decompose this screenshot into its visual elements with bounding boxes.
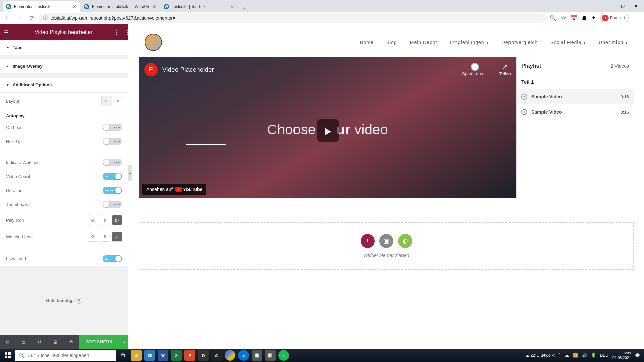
chevron-down-icon: ▼: [6, 83, 9, 87]
nav-item-dropdown[interactable]: Über mich ▾: [599, 40, 628, 45]
onedrive-icon[interactable]: ☁: [565, 353, 569, 358]
help-link[interactable]: Hilfe benötigt ?: [46, 298, 82, 304]
taskbar-search[interactable]: 🔍 Zur Suche Text hier eingeben: [15, 350, 116, 361]
taskbar-app-word[interactable]: W: [156, 349, 170, 362]
template-library-button[interactable]: ▣: [379, 234, 393, 248]
toggle-video-count[interactable]: JA: [103, 173, 122, 180]
taskbar-app[interactable]: 📝: [264, 349, 277, 362]
battery-icon[interactable]: 🔋: [591, 353, 596, 358]
site-logo[interactable]: [145, 34, 162, 51]
weather-widget[interactable]: ☁ 22°C Bewölkt: [525, 353, 555, 358]
icon-library-button[interactable]: ▷: [112, 215, 122, 225]
close-icon[interactable]: ✕: [72, 4, 76, 9]
icon-none-button[interactable]: ⊘: [88, 215, 98, 225]
preview-icon[interactable]: 👁: [63, 339, 79, 345]
section-image-overlay[interactable]: ▼ Image Overlay: [0, 59, 128, 74]
nav-item[interactable]: Depotvergleich: [502, 40, 538, 45]
icon-library-button[interactable]: ✓: [112, 232, 122, 242]
widget-dropzone[interactable]: + ▣ ◐ Widget hierher ziehen: [139, 222, 634, 270]
windows-taskbar: 🔍 Zur Suche Text hier eingeben ⧉ 📁 📧 W X…: [0, 349, 644, 362]
watch-on-youtube-button[interactable]: Ansehen auf YouTube: [142, 184, 206, 195]
save-button[interactable]: SPEICHERN: [79, 335, 120, 349]
layout-right-button[interactable]: ⇥: [112, 96, 122, 106]
toggle-duration[interactable]: SHOW: [103, 187, 122, 194]
control-label: On Load: [6, 125, 103, 130]
save-dropdown-button[interactable]: ▲: [120, 335, 128, 349]
bookmark-icon[interactable]: ☆: [561, 15, 566, 21]
taskbar-app-edge[interactable]: e: [237, 349, 250, 362]
toggle-next-up[interactable]: HIDE: [103, 138, 122, 145]
volume-icon[interactable]: 🔊: [582, 353, 587, 358]
forward-button[interactable]: →: [15, 14, 24, 21]
add-section-button[interactable]: +: [361, 234, 375, 248]
icon-upload-button[interactable]: ⬆: [100, 232, 110, 242]
toggle-on-load[interactable]: HIDE: [103, 124, 122, 131]
taskbar-app-spotify[interactable]: ♪: [277, 349, 290, 362]
extension-icon[interactable]: 📅: [571, 15, 577, 21]
profile-button[interactable]: T Pausiert: [600, 14, 629, 22]
taskbar-app[interactable]: 📁: [129, 349, 143, 362]
section-tabs[interactable]: ▼ Tabs: [0, 40, 128, 55]
toggle-lazy-load[interactable]: JA: [103, 255, 122, 262]
play-button[interactable]: [317, 119, 339, 142]
minimize-button[interactable]: —: [602, 4, 616, 8]
video-playlist-widget[interactable]: E Video Placeholder 🕓 Später ans… ↗ Teil…: [139, 57, 634, 198]
taskbar-app-excel[interactable]: X: [170, 349, 183, 362]
nav-item-dropdown[interactable]: Empfehlungen ▾: [450, 40, 489, 45]
back-button[interactable]: ←: [3, 14, 12, 21]
playlist-item[interactable]: Sample Video 0:16: [517, 89, 634, 104]
toggle-thumbnails[interactable]: HIDE: [103, 201, 122, 208]
browser-tab-active[interactable]: W Elementor | Testseite ✕: [3, 1, 80, 12]
history-icon[interactable]: ↺: [32, 339, 47, 345]
menu-icon[interactable]: ⋮: [633, 15, 639, 21]
new-tab-button[interactable]: +: [238, 5, 250, 12]
tray-chevron-icon[interactable]: ˄: [559, 353, 561, 358]
playlist-item-title: Sample Video: [531, 109, 616, 115]
wifi-icon[interactable]: 📶: [573, 353, 578, 358]
video-player[interactable]: E Video Placeholder 🕓 Später ans… ↗ Teil…: [139, 57, 516, 198]
extension-icon[interactable]: ☗: [582, 15, 587, 21]
settings-icon[interactable]: ⚙: [0, 339, 16, 345]
close-window-button[interactable]: ✕: [629, 4, 643, 8]
notifications-icon[interactable]: 💬: [635, 353, 640, 358]
site-info-icon[interactable]: ⓘ: [43, 15, 48, 21]
taskbar-app-obs[interactable]: ◎: [210, 349, 223, 362]
watch-later-button[interactable]: 🕓 Später ans…: [462, 63, 487, 76]
nav-item-dropdown[interactable]: Social Media ▾: [550, 40, 586, 45]
section-additional-options[interactable]: ▼ Additional Options: [0, 78, 128, 93]
nav-item[interactable]: Blog: [386, 40, 397, 45]
icon-none-button[interactable]: ⊘: [88, 232, 98, 242]
reload-button[interactable]: ⟳: [27, 14, 36, 22]
hamburger-icon[interactable]: ☰: [4, 29, 14, 36]
playlist-item[interactable]: Sample Video 0:16: [517, 104, 634, 120]
toggle-indicate-watched[interactable]: NEIN: [103, 159, 122, 166]
zoom-icon[interactable]: 🔍: [550, 15, 556, 21]
nav-item[interactable]: Home: [360, 40, 373, 45]
start-button[interactable]: [0, 349, 15, 362]
nav-item[interactable]: Mein Depot: [410, 40, 437, 45]
browser-tab[interactable]: W Testseite | TobiTalk ✕: [160, 1, 237, 12]
url-field[interactable]: ⓘ tobitalk.at/wp-admin/post.php?post=627…: [39, 13, 547, 23]
taskbar-app-chrome[interactable]: [223, 349, 237, 362]
responsive-icon[interactable]: 🖥: [47, 339, 63, 345]
widgets-grid-icon[interactable]: ⋮⋮⋮: [114, 29, 124, 36]
close-icon[interactable]: ✕: [230, 4, 234, 9]
taskbar-app[interactable]: ◐: [197, 349, 210, 362]
language-indicator[interactable]: DEU: [600, 353, 608, 358]
share-button[interactable]: ↗ Teilen: [499, 63, 511, 76]
taskbar-app[interactable]: 📧: [143, 349, 156, 362]
taskbar-app-powerpoint[interactable]: P: [183, 349, 197, 362]
help-label: Hilfe benötigt: [46, 298, 74, 303]
browser-tab[interactable]: W Elementor ‹ TobiTalk — WordPre ✕: [80, 1, 160, 12]
taskbar-app[interactable]: 📄: [250, 349, 264, 362]
navigator-icon[interactable]: ▤: [16, 339, 32, 345]
icon-upload-button[interactable]: ⬆: [100, 215, 110, 225]
close-icon[interactable]: ✕: [152, 4, 156, 9]
extensions-menu-icon[interactable]: ✦: [591, 15, 596, 21]
taskbar-clock[interactable]: 15:09 04.08.2021: [612, 351, 631, 360]
collapse-panel-button[interactable]: ◀: [128, 165, 132, 181]
maximize-button[interactable]: ▢: [616, 4, 629, 8]
task-view-button[interactable]: ⧉: [116, 349, 129, 362]
layout-left-button[interactable]: ⇤: [102, 96, 112, 106]
kit-button[interactable]: ◐: [398, 234, 412, 248]
